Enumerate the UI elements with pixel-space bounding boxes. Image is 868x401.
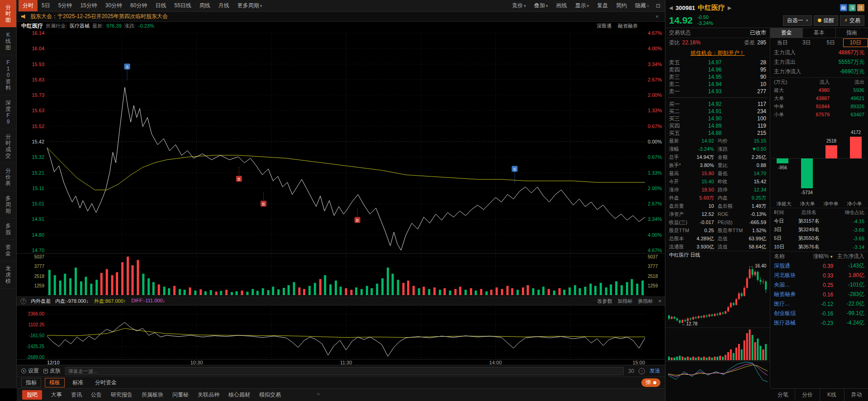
toolbar-period-tab[interactable]: 60分钟	[126, 0, 151, 11]
sidebar-item-分时图[interactable]: 分 时 图	[0, 0, 16, 28]
trade-button[interactable]: ⚡交易	[840, 15, 864, 26]
market-tag[interactable]: 深股通	[597, 23, 612, 29]
bid-row[interactable]: 买二14.91234	[665, 108, 770, 115]
indicator-tab[interactable]: 分时资金	[91, 378, 121, 387]
stats-row: 流通股3.930亿流值58.64亿	[665, 243, 770, 251]
indicator-action[interactable]: 改参数	[598, 298, 612, 305]
bottom-tab-核心题材[interactable]: 核心题材	[228, 391, 250, 399]
sidebar-item-多周期[interactable]: 多 周 期	[0, 191, 16, 219]
sector-row[interactable]: 医疗...-0.12-22.0亿	[770, 299, 868, 309]
bid-row[interactable]: 买一14.92117	[665, 100, 770, 108]
ask-row[interactable]: 卖四14.9695	[665, 66, 770, 73]
toolbar-period-tab[interactable]: 55日线	[170, 0, 195, 11]
next-stock-icon[interactable]: ▶	[728, 5, 731, 11]
bid-row[interactable]: 买五14.88215	[665, 129, 770, 137]
indicator-action[interactable]: 加指标	[618, 298, 633, 305]
bottom-tab-研究报告[interactable]: 研究报告	[111, 391, 133, 399]
fund-period-3日[interactable]: 3日	[795, 38, 819, 47]
fund-period-5日[interactable]: 5日	[819, 38, 843, 47]
ask-row[interactable]: 卖一14.93277	[665, 88, 770, 95]
collapse-handle-icon[interactable]: ^	[317, 392, 320, 398]
sidebar-item-资金[interactable]: 资 金	[0, 240, 16, 261]
bottom-tab-模拟交易[interactable]: 模拟交易	[259, 391, 281, 399]
skin-button[interactable]: 皮肤	[43, 367, 61, 375]
toolbar-period-tab[interactable]: 5日	[38, 0, 54, 11]
sidebar-item-F10资料[interactable]: F 1 0 资 料	[0, 55, 16, 95]
alert-button[interactable]: 提醒	[814, 15, 838, 26]
ask-row[interactable]: 卖五14.9728	[665, 59, 770, 66]
fund-tab-指南[interactable]: 指南	[835, 28, 868, 38]
send-mode-icon[interactable]: ↑	[639, 368, 645, 374]
market-tag[interactable]: 融资融券	[618, 23, 638, 29]
prev-stock-icon[interactable]: ◀	[669, 5, 673, 11]
expand-icon[interactable]: ⊡	[653, 3, 663, 9]
toolbar-period-tab[interactable]: 30分钟	[101, 0, 126, 11]
mini-chart-title[interactable]: 中红医疗 日线	[665, 251, 770, 259]
indicator-action[interactable]: 换指标	[638, 298, 653, 305]
sector-row[interactable]: 创业板综-0.16-99.1亿	[770, 309, 868, 318]
toolbar-button[interactable]: 竞价▾	[508, 0, 530, 12]
announcement-text[interactable]: 股东大会：于2025-12-25召开2025年第四次临时股东大会	[30, 13, 168, 20]
indicator-tab[interactable]: 指标	[21, 378, 41, 387]
bottom-tab-资讯[interactable]: 资讯	[71, 391, 82, 399]
sector-row[interactable]: 融资融券0.16-283亿	[770, 290, 868, 299]
toolbar-period-tab[interactable]: 5分钟	[54, 0, 76, 11]
daily-kline-mini-chart[interactable]: ←16.40←12.78	[665, 259, 770, 387]
sidebar-item-K线图[interactable]: K 线 图	[0, 28, 16, 55]
fund-tab-基本[interactable]: 基本	[802, 28, 835, 38]
danmu-toggle[interactable]: 弹	[641, 378, 660, 387]
open-account-ad-link[interactable]: 抓住机会：即刻开户！	[665, 47, 770, 59]
toolbar-button[interactable]: 画线	[552, 0, 571, 11]
sector-row[interactable]: 医疗器械-0.23-4.24亿	[770, 318, 868, 328]
timeline-chart-region[interactable]: 16.144.67%16.044.00%15.933.34%15.832.67%…	[17, 30, 665, 365]
settings-button[interactable]: 设置	[21, 367, 39, 375]
sector-row[interactable]: 央国...0.25-101亿	[770, 280, 868, 290]
sector-row[interactable]: 深股通0.39-143亿	[770, 261, 868, 271]
toolbar-button[interactable]: 叠加▾	[530, 0, 552, 12]
panel-bottom-tab-异动[interactable]: 异动	[844, 389, 868, 401]
toolbar-period-tab[interactable]: 分时	[19, 0, 38, 11]
toolbar-period-tab[interactable]: 15分钟	[76, 0, 101, 11]
add-watchlist-button[interactable]: 自选一▾	[783, 15, 812, 26]
sidebar-item-深度F9[interactable]: 深 度 F 9	[0, 95, 16, 129]
sidebar-item-分时成交[interactable]: 分 时 成 交	[0, 129, 16, 163]
ask-row[interactable]: 卖三14.9590	[665, 73, 770, 81]
indicator-tab[interactable]: 标准	[68, 378, 87, 387]
close-icon[interactable]: ×	[654, 14, 660, 20]
svg-text:3.34%: 3.34%	[648, 216, 662, 222]
sidebar-item-龙虎榜[interactable]: 龙 虎 榜	[0, 261, 16, 289]
toolbar-button[interactable]: 简约	[612, 0, 631, 11]
sidebar-item-多股[interactable]: 多 股	[0, 219, 16, 240]
industry-value[interactable]: 医疗器械	[70, 23, 90, 29]
help-icon[interactable]: ?	[20, 298, 26, 304]
sector-row[interactable]: 河北板块0.331.80亿	[770, 271, 868, 280]
ask-row[interactable]: 卖二14.9410	[665, 81, 770, 88]
bottom-tab-股吧[interactable]: 股吧	[22, 390, 42, 400]
bottom-tab-问董秘[interactable]: 问董秘	[172, 391, 189, 399]
toolbar-period-tab[interactable]: 周线	[195, 0, 214, 11]
toolbar-hide-button[interactable]: 隐藏»	[631, 0, 653, 12]
bottom-tab-关联品种[interactable]: 关联品种	[198, 391, 219, 399]
toolbar-button[interactable]: 复盘	[593, 0, 612, 11]
panel-bottom-tab-分价[interactable]: 分价	[795, 389, 819, 401]
fund-period-当日[interactable]: 当日	[770, 38, 795, 47]
panel-bottom-tab-K线[interactable]: K线	[820, 389, 844, 401]
sidebar-item-分价表[interactable]: 分 价 表	[0, 163, 16, 191]
toolbar-period-tab[interactable]: 日线	[151, 0, 170, 11]
fund-period-10日[interactable]: 10日	[843, 38, 868, 47]
toolbar-period-tab[interactable]: 月线	[214, 0, 233, 11]
bottom-tab-大事[interactable]: 大事	[51, 391, 62, 399]
send-button[interactable]: 发送	[650, 367, 660, 375]
bottom-tab-公告[interactable]: 公告	[91, 391, 102, 399]
panel-bottom-tab-分笔[interactable]: 分笔	[771, 389, 795, 401]
close-icon[interactable]: ×	[659, 298, 661, 304]
fund-tab-资金[interactable]: 资金	[770, 28, 802, 38]
danmu-input[interactable]	[65, 367, 624, 375]
bid-row[interactable]: 买四14.89119	[665, 122, 770, 129]
bid-row[interactable]: 买三14.90100	[665, 115, 770, 122]
bottom-tab-所属板块[interactable]: 所属板块	[142, 391, 163, 399]
indicator-tab[interactable]: 模板	[45, 378, 65, 387]
indicator-name[interactable]: 内外盘差	[31, 298, 51, 305]
toolbar-button[interactable]: 显示▾	[571, 0, 593, 12]
toolbar-period-tab[interactable]: 更多周期▾	[233, 0, 266, 12]
